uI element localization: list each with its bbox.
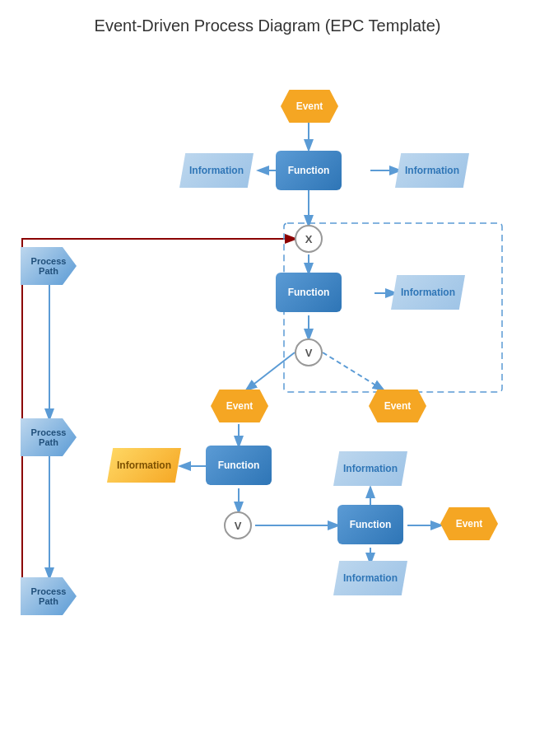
event4-label: Event — [456, 518, 483, 530]
event1-label: Event — [296, 100, 323, 112]
diagram-container: Event Function Information Information X… — [0, 44, 535, 752]
event2: Event — [211, 390, 268, 422]
function2-label: Function — [288, 287, 330, 298]
info3-label: Information — [401, 287, 455, 298]
process-path-3: Process Path — [21, 577, 77, 615]
or1-label: V — [305, 347, 313, 359]
or2-label: V — [235, 520, 242, 532]
function2: Function — [276, 273, 342, 312]
xor-gate: X — [295, 225, 323, 253]
info2-label: Information — [405, 165, 459, 176]
event4: Event — [440, 507, 498, 540]
info4-label: Information — [117, 460, 171, 471]
info1-label: Information — [189, 165, 244, 176]
event1: Event — [281, 90, 338, 123]
function1-label: Function — [288, 165, 330, 176]
process-path-1: Process Path — [21, 247, 77, 285]
function4: Function — [337, 505, 403, 544]
event2-label: Event — [226, 400, 254, 412]
xor-label: X — [305, 233, 313, 245]
pp3-label: Process Path — [31, 586, 67, 606]
function1: Function — [276, 151, 342, 190]
pp1-label: Process Path — [31, 256, 67, 276]
or2-gate: V — [224, 511, 252, 539]
pp2-label: Process Path — [31, 427, 67, 447]
info6-label: Information — [343, 572, 398, 584]
or1-gate: V — [295, 338, 323, 366]
info1: Information — [179, 153, 254, 188]
process-path-2: Process Path — [21, 418, 77, 456]
function4-label: Function — [350, 519, 392, 530]
svg-line-8 — [323, 352, 383, 390]
event3-label: Event — [384, 400, 412, 412]
svg-line-7 — [247, 352, 295, 390]
info5: Information — [333, 451, 407, 486]
info6: Information — [333, 561, 407, 595]
info5-label: Information — [343, 463, 398, 474]
function3: Function — [206, 446, 272, 485]
page-title: Event-Driven Process Diagram (EPC Templa… — [0, 0, 535, 44]
info3: Information — [391, 275, 465, 310]
function3-label: Function — [218, 460, 260, 471]
info2: Information — [395, 153, 469, 188]
event3: Event — [369, 390, 426, 422]
connectors-svg — [0, 44, 535, 752]
info4: Information — [107, 448, 181, 483]
